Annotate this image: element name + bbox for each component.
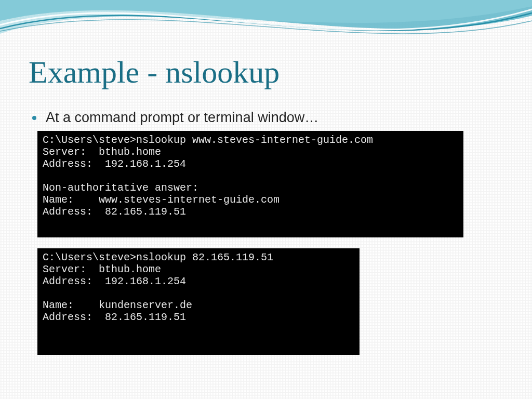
bullet-text: At a command prompt or terminal window… bbox=[46, 110, 318, 125]
terminal-output-forward-lookup: C:\Users\steve>nslookup www.steves-inter… bbox=[37, 131, 463, 237]
terminal-output-reverse-lookup: C:\Users\steve>nslookup 82.165.119.51 Se… bbox=[37, 248, 360, 355]
slide-title: Example - nslookup bbox=[29, 55, 280, 90]
slide: Example - nslookup At a command prompt o… bbox=[0, 0, 532, 399]
bullet-dot-icon bbox=[32, 116, 36, 120]
bullet-line: At a command prompt or terminal window… bbox=[32, 109, 318, 126]
